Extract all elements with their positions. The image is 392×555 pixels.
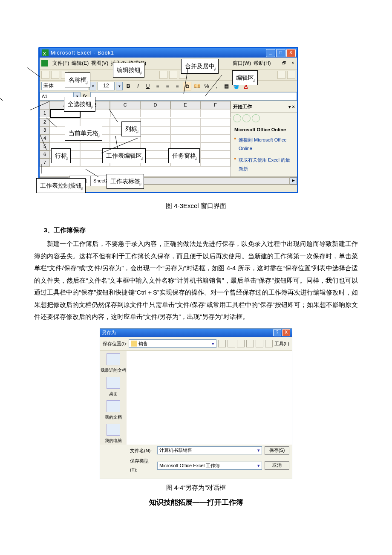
- callout-merge: 合并及居中: [181, 59, 219, 74]
- chevron-down-icon[interactable]: ▾: [212, 339, 214, 348]
- place-label: 我最近的文档: [101, 366, 126, 374]
- mycomp-icon: [107, 424, 120, 436]
- minimize-button[interactable]: _: [266, 49, 275, 57]
- filename-value: 计算机书籍销售: [159, 447, 192, 454]
- dialog-title-bar[interactable]: 另存为 ? X: [100, 329, 292, 337]
- paste-icon[interactable]: [159, 71, 167, 79]
- section-body: 新建一个工作簿后，不要急于录入内容，正确的做法是先进行保存，以免录入过程中出现问…: [34, 238, 358, 323]
- location-value: 销售: [138, 339, 148, 348]
- align-center-button[interactable]: ≡: [163, 82, 172, 90]
- filename-input[interactable]: 计算机书籍销售▾: [157, 446, 262, 454]
- place-mydocs[interactable]: 我的文档: [105, 400, 122, 421]
- up-icon[interactable]: [228, 340, 235, 347]
- menu-edit[interactable]: 编辑(E): [72, 58, 89, 68]
- help-button[interactable]: ?: [273, 329, 281, 336]
- chevron-down-icon[interactable]: ▾: [257, 447, 260, 454]
- doc-restore[interactable]: 🗗: [281, 61, 288, 65]
- callout-selectall: 全选按钮: [64, 97, 95, 112]
- svg-line-1: [27, 67, 40, 77]
- recent-icon: [107, 353, 120, 365]
- align-right-button[interactable]: ≡: [173, 82, 182, 90]
- filetype-input[interactable]: Microsoft Office Excel 工作簿▾: [157, 462, 262, 470]
- location-row: 保存位置(I): 销售 ▾ 工具(L): [100, 337, 292, 351]
- callout-rowlabel: 行标: [51, 148, 71, 163]
- save-button[interactable]: 保存(S): [265, 446, 289, 455]
- maximize-button[interactable]: □: [276, 49, 285, 57]
- window-title: Microsoft Excel - Book1: [51, 48, 114, 58]
- save-as-dialog: 另存为 ? X 保存位置(I): 销售 ▾ 工具(L) 我最近的文档: [100, 328, 292, 480]
- scroll-right[interactable]: ▶: [290, 177, 297, 185]
- callout-tabctrl: 工作表控制按钮: [36, 178, 86, 193]
- callout-curcell: 当前单元格: [65, 126, 102, 141]
- filetype-label: 保存类型(T):: [130, 457, 155, 474]
- document-page: Microsoft Excel - Book1 _ □ X 文件(F) 编辑(E…: [34, 0, 358, 543]
- dialog-body: 我最近的文档 桌面 我的文档 我的电脑: [100, 351, 292, 445]
- close-button[interactable]: X: [286, 49, 296, 57]
- place-recent[interactable]: 我最近的文档: [101, 353, 126, 374]
- doc-close[interactable]: ×: [290, 61, 295, 65]
- menu-help[interactable]: 帮助(H): [254, 58, 271, 68]
- filetype-value: Microsoft Office Excel 工作簿: [159, 462, 220, 469]
- cancel-button[interactable]: 取消: [265, 461, 289, 470]
- format-painter-icon[interactable]: [169, 71, 177, 79]
- views-icon[interactable]: [265, 340, 273, 347]
- mydocs-icon: [107, 400, 120, 412]
- title-bar[interactable]: Microsoft Excel - Book1 _ □ X: [40, 48, 297, 58]
- place-label: 桌面: [109, 390, 118, 398]
- back-icon[interactable]: [218, 340, 226, 347]
- align-left-button[interactable]: ≡: [153, 82, 162, 90]
- place-label: 我的文档: [105, 413, 122, 421]
- menu-window[interactable]: 窗口(W): [233, 58, 251, 68]
- callout-editbtn: 编辑按钮: [113, 63, 144, 78]
- figure-4-3: Microsoft Excel - Book1 _ □ X 文件(F) 编辑(E…: [38, 47, 298, 193]
- dialog-close-button[interactable]: X: [282, 329, 290, 336]
- desktop-icon: [107, 377, 120, 389]
- callout-tabs: 工作表标签: [107, 174, 144, 189]
- excel-icon: [42, 49, 49, 56]
- place-desktop[interactable]: 桌面: [107, 377, 120, 398]
- row-5[interactable]: 5: [40, 142, 50, 150]
- place-label: 我的电脑: [105, 436, 122, 445]
- menu-file[interactable]: 文件(F): [52, 58, 69, 68]
- app-icon[interactable]: [41, 60, 48, 66]
- figure-4-4-caption: 图 4-4“另存为”对话框: [34, 482, 358, 494]
- places-bar: 我最近的文档 桌面 我的文档 我的电脑: [100, 351, 127, 445]
- newfolder-icon[interactable]: [256, 340, 263, 347]
- filename-label: 文件名(N):: [130, 446, 155, 455]
- folder-icon: [131, 341, 137, 347]
- delete-icon[interactable]: [246, 340, 254, 347]
- place-mycomp[interactable]: 我的电脑: [105, 424, 122, 445]
- svg-line-0: [0, 77, 3, 101]
- file-list[interactable]: [127, 351, 292, 445]
- search-icon[interactable]: [237, 340, 245, 347]
- location-label: 保存位置(I):: [103, 339, 127, 348]
- expand-heading: 知识技能拓展——打开工作簿: [34, 496, 358, 509]
- dialog-footer: 文件名(N): 计算机书籍销售▾ 保存(S) 保存类型(T): Microsof…: [100, 445, 292, 479]
- callout-collabel: 列标: [121, 121, 141, 136]
- chevron-down-icon[interactable]: ▾: [257, 462, 260, 469]
- dialog-title: 另存为: [102, 328, 116, 337]
- doc-minimize[interactable]: _: [274, 61, 279, 65]
- callout-editarea: 编辑区: [232, 70, 258, 85]
- tools-menu[interactable]: 工具(L): [274, 339, 289, 348]
- location-combo[interactable]: 销售 ▾: [129, 339, 216, 348]
- menu-view[interactable]: 视图(V): [91, 58, 108, 68]
- callout-taskpane: 任务窗格: [168, 148, 200, 163]
- window-controls: _ □ X: [266, 49, 297, 57]
